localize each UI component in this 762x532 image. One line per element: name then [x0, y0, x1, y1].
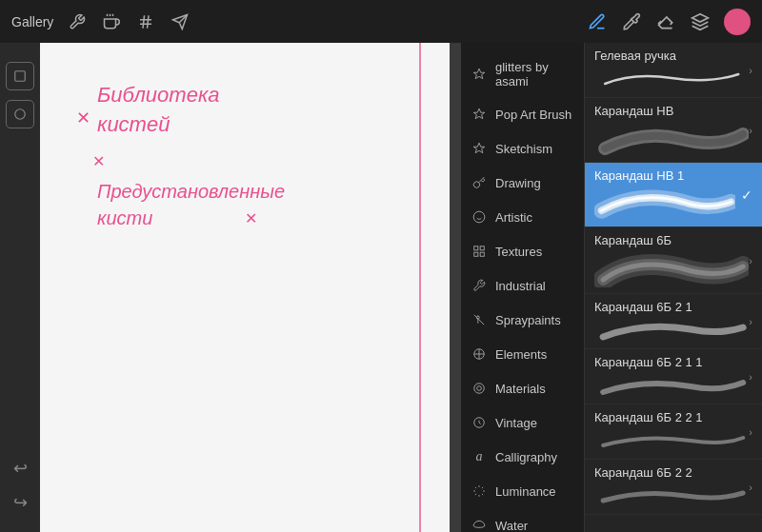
category-item-glitters[interactable]: glitters by asami: [461, 51, 584, 97]
brush-item-right-gelevaya: ›: [749, 65, 752, 76]
brush-preview-karandash-6b22: [594, 482, 749, 508]
brush-name-karandash-hb: Карандаш НВ: [594, 104, 749, 118]
brush-name-karandash-6b211: Карандаш 6Б 2 1 1: [594, 355, 749, 369]
category-item-water[interactable]: Water: [461, 508, 584, 532]
brush-item-karandash-6b21[interactable]: Карандаш 6Б 2 1 ›: [585, 294, 762, 349]
canvas-paper: Библиотека кистей Предустановленные кист…: [40, 43, 450, 532]
category-label-materials: Materials: [495, 382, 546, 396]
brush-item-karandash-6b22[interactable]: Карандаш 6Б 2 2 ›: [585, 460, 762, 515]
svg-rect-15: [474, 246, 478, 250]
category-list[interactable]: glitters by asami Pop Art Brush Sketchis…: [461, 0, 585, 532]
brush-item-karandash-hb1[interactable]: Карандаш НВ 1 ✓: [585, 163, 762, 227]
wrench-icon[interactable]: [67, 11, 88, 32]
hw-line-1: Библиотека: [97, 81, 285, 110]
brush-item-karandash-hb[interactable]: Карандаш НВ ›: [585, 98, 762, 163]
brush-preview-karandash-6b221: [594, 426, 749, 453]
brush-info-karandash-6b: Карандаш 6Б: [594, 233, 749, 287]
brush-item-gelevaya[interactable]: Гелевая ручка ›: [585, 43, 762, 98]
circle-tool[interactable]: [6, 100, 34, 128]
brush-name-karandash-6b221: Карандаш 6Б 2 2 1: [594, 410, 749, 424]
undo-button[interactable]: ↩: [13, 458, 28, 479]
brush-item-right-karandash-6b21: ›: [749, 316, 752, 327]
send-icon[interactable]: [170, 11, 190, 32]
svg-line-6: [148, 15, 150, 29]
pencil-icon[interactable]: [587, 11, 608, 32]
category-item-drawing[interactable]: Drawing: [461, 166, 584, 200]
svg-rect-17: [480, 252, 484, 256]
category-item-vintage[interactable]: Vintage: [461, 405, 584, 440]
category-label-calligraphy: Calligraphy: [495, 450, 557, 464]
hw-line-3: Предустановленные: [97, 178, 285, 205]
elements-icon: [471, 345, 488, 363]
svg-rect-16: [480, 246, 484, 250]
eraser-icon[interactable]: [655, 11, 676, 32]
sidebar-bottom: ↩ ↪: [13, 458, 28, 513]
toolbar-left: Gallery: [11, 11, 190, 32]
category-label-popart: Pop Art Brush: [495, 108, 572, 122]
category-item-artistic[interactable]: Artistic: [461, 200, 584, 234]
vertical-line: [419, 43, 421, 532]
cross-mark-1: ✕: [76, 108, 90, 128]
brush-info-karandash-6b221: Карандаш 6Б 2 2 1: [594, 410, 749, 453]
square-tool[interactable]: [6, 62, 34, 90]
category-label-industrial: Industrial: [495, 279, 546, 293]
avatar[interactable]: [724, 9, 751, 35]
eyedropper-icon[interactable]: [621, 11, 642, 32]
svg-point-22: [474, 384, 485, 394]
svg-point-23: [477, 386, 482, 391]
category-label-water: Water: [495, 519, 528, 533]
brush-preview-karandash-6b21: [594, 316, 749, 343]
brush-item-right-karandash-6b211: ›: [749, 371, 752, 383]
brush-item-right-karandash-hb1: ✓: [735, 187, 752, 203]
left-sidebar: ↩ ↪: [0, 43, 40, 532]
brush-preview-karandash-hb: [594, 120, 749, 156]
artistic-icon: [471, 208, 488, 226]
brush-name-gelevaya: Гелевая ручка: [594, 49, 749, 63]
vintage-icon: [471, 414, 488, 431]
svg-point-11: [15, 109, 26, 120]
category-label-glitters: glitters by asami: [495, 60, 574, 89]
drawing-icon: [471, 174, 488, 191]
sketchism-icon: [471, 140, 488, 157]
brush-item-karandash-6b[interactable]: Карандаш 6Б ›: [585, 227, 762, 294]
svg-marker-9: [692, 13, 709, 21]
category-item-sketchism[interactable]: Sketchism: [461, 131, 584, 166]
category-item-spraypaints[interactable]: Spraypaints: [461, 303, 584, 337]
svg-rect-18: [474, 252, 478, 256]
toolbar-right: [587, 9, 751, 35]
brush-item-karandash-6b221[interactable]: Карандаш 6Б 2 2 1 ›: [585, 404, 762, 460]
brush-item-right-karandash-6b22: ›: [749, 482, 752, 493]
luminance-icon: [471, 483, 488, 500]
category-label-drawing: Drawing: [495, 176, 541, 190]
water-icon: [471, 517, 488, 532]
handwriting: Библиотека кистей Предустановленные кист…: [97, 81, 285, 231]
brush-info-karandash-hb: Карандаш НВ: [594, 104, 749, 156]
redo-button[interactable]: ↪: [13, 492, 28, 513]
category-label-elements: Elements: [495, 347, 547, 362]
category-item-luminance[interactable]: Luminance: [461, 474, 584, 508]
category-item-industrial[interactable]: Industrial: [461, 268, 584, 303]
strikethrough-icon[interactable]: [135, 11, 156, 32]
gallery-button[interactable]: Gallery: [11, 14, 53, 30]
brush-list[interactable]: Гелевая ручка › Карандаш НВ: [585, 0, 762, 532]
category-item-popart[interactable]: Pop Art Brush: [461, 97, 584, 131]
brush-info-karandash-6b22: Карандаш 6Б 2 2: [594, 465, 749, 508]
category-item-materials[interactable]: Materials: [461, 371, 584, 405]
spraypaints-icon: [471, 311, 488, 328]
category-label-spraypaints: Spraypaints: [495, 313, 561, 327]
cross-mark-3: ✕: [245, 209, 257, 227]
brush-info-karandash-hb1: Карандаш НВ 1: [594, 168, 735, 221]
popart-icon: [471, 106, 488, 123]
materials-icon: [471, 380, 488, 397]
hw-line-4: кисти: [97, 205, 285, 231]
toolbar: Gallery: [0, 0, 762, 43]
gesture-icon[interactable]: [101, 11, 122, 32]
category-item-elements[interactable]: Elements: [461, 337, 584, 371]
brush-preview-karandash-6b: [594, 249, 749, 287]
category-item-textures[interactable]: Textures: [461, 234, 584, 268]
brush-item-karandash-6b211[interactable]: Карандаш 6Б 2 1 1 ›: [585, 349, 762, 404]
layers-icon[interactable]: [690, 11, 711, 32]
brush-name-karandash-6b22: Карандаш 6Б 2 2: [594, 465, 749, 480]
category-item-calligraphy[interactable]: a Calligraphy: [461, 440, 584, 474]
brush-preview-karandash-hb1: [594, 185, 735, 221]
